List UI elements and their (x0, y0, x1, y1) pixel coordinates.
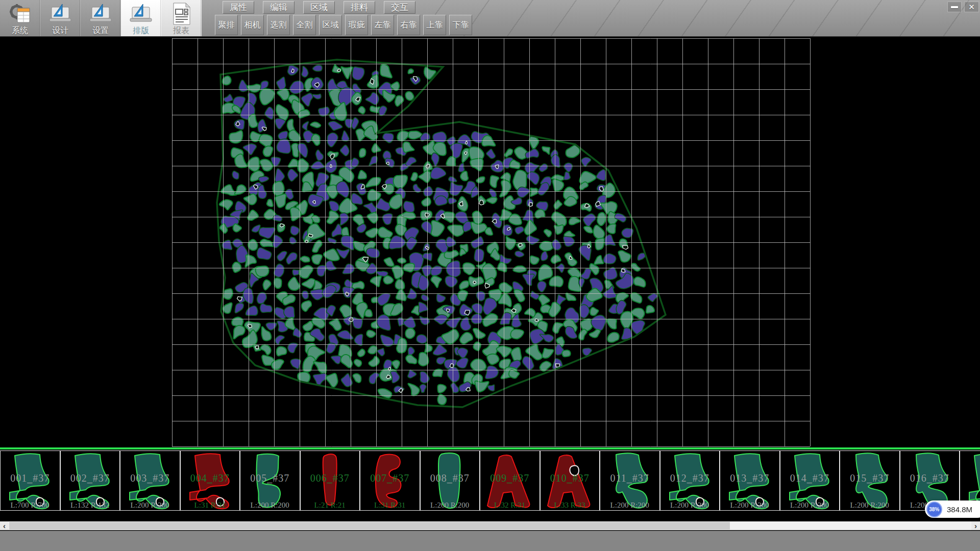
piece-lr-count-label: L:31 R:31 (181, 501, 240, 510)
piece-name-label: 013_#37 (720, 472, 779, 484)
piece-thumbnail-005_#37[interactable]: 005_#37 L:200 R:200 (240, 450, 300, 511)
tool-button-选割[interactable]: 选割 (267, 15, 290, 35)
design-ruler-laptop-icon (48, 2, 72, 26)
menu-item-编辑[interactable]: 编辑 (263, 1, 295, 14)
strip-divider (0, 447, 980, 449)
piece-thumbnail-003_#37[interactable]: 003_#37 L:200 R:200 (120, 450, 180, 511)
settings-ruler-laptop-icon (89, 2, 112, 26)
piece-lr-count-label: L:32 R:31 (480, 501, 540, 510)
tool-bar: 聚排相机选割全割区域瑕疵左靠右靠上靠下靠 (215, 15, 475, 35)
tool-button-相机[interactable]: 相机 (241, 15, 264, 35)
menu-item-排料[interactable]: 排料 (344, 1, 375, 14)
piece-thumbnail-015_#37[interactable]: 015_#37 L:200 R:200 (840, 450, 900, 511)
menu-bar: 属性编辑区域排料交互 (223, 1, 415, 14)
main-tab-设置[interactable]: 设置 (81, 0, 121, 36)
piece-name-label: 006_#37 (301, 472, 360, 484)
main-tabs: 系统 设计 设置 排版 报表 (0, 0, 202, 36)
piece-lr-count-label: L:200 R:200 (240, 501, 300, 510)
horizontal-scrollbar[interactable]: ‹ › (0, 521, 980, 530)
piece-name-label: 005_#37 (240, 472, 300, 484)
piece-lr-count-label: L:200 R:200 (120, 501, 180, 510)
scroll-left-button[interactable]: ‹ (0, 521, 9, 530)
minimize-button[interactable] (947, 2, 962, 12)
piece-lr-count-label: L:200 R:200 (720, 501, 779, 510)
main-tab-系统[interactable]: 系统 (0, 0, 40, 36)
scroll-right-button[interactable]: › (971, 521, 980, 530)
menu-item-交互[interactable]: 交互 (384, 1, 415, 14)
piece-name-label: 007_#37 (360, 472, 420, 484)
tab-label: 排版 (133, 26, 149, 35)
piece-lr-count-label: L:700 R:700 (1, 501, 60, 510)
toolbar-texture (424, 0, 980, 36)
tab-label: 系统 (12, 26, 28, 35)
tool-button-左靠[interactable]: 左靠 (371, 15, 394, 35)
piece-thumbnail-011_#37[interactable]: 011_#37 L:200 R:200 (600, 450, 660, 511)
nesting-app-window: 系统 设计 设置 排版 报表 属性编辑区域排料交互 聚排相机选割全割区域瑕疵左靠… (0, 0, 980, 551)
piece-thumbnail-006_#37[interactable]: 006_#37 L:21 R:21 (300, 450, 360, 511)
piece-lr-count-label: L:33 R:33 (541, 501, 600, 510)
tool-button-下靠[interactable]: 下靠 (449, 15, 472, 35)
main-tab-设计[interactable]: 设计 (40, 0, 81, 36)
piece-thumbnail-012_#37[interactable]: 012_#37 L:200 R:200 (660, 450, 720, 511)
report-document-icon (170, 2, 192, 26)
close-button[interactable]: ✕ (964, 2, 979, 12)
progress-overlay[interactable]: 38% 384.8M (925, 500, 980, 518)
status-bar (0, 531, 980, 551)
piece-thumbnail-002_#37[interactable]: 002_#37 L:132 R:132 (60, 450, 120, 511)
piece-thumbnail-008_#37[interactable]: 008_#37 L:200 R:200 (420, 450, 480, 511)
piece-name-label: 011_#37 (600, 472, 659, 484)
piece-lr-count-label: L:200 R:200 (600, 501, 659, 510)
scrollbar-thumb[interactable] (9, 522, 730, 530)
piece-lr-count-label: L:200 R:200 (840, 501, 899, 510)
piece-lr-count-label: L:132 R:132 (61, 501, 120, 510)
tool-button-瑕疵[interactable]: 瑕疵 (345, 15, 368, 35)
progress-size-label: 384.8M (947, 505, 972, 514)
scroll-right-icon: › (974, 521, 977, 530)
tab-label: 报表 (173, 26, 189, 35)
tool-button-区域[interactable]: 区域 (319, 15, 342, 35)
main-tab-报表[interactable]: 报表 (161, 0, 202, 36)
progress-percent-badge: 38% (926, 502, 942, 517)
menu-item-属性[interactable]: 属性 (223, 1, 254, 14)
piece-lr-count-label: L:200 R:200 (660, 501, 720, 510)
menu-item-区域[interactable]: 区域 (303, 1, 335, 14)
piece-name-label: 0 (960, 472, 980, 484)
piece-thumbnail-014_#37[interactable]: 014_#37 L:200 R:200 (780, 450, 840, 511)
toolbar: 系统 设计 设置 排版 报表 属性编辑区域排料交互 聚排相机选割全割区域瑕疵左靠… (0, 0, 980, 37)
piece-name-label: 009_#37 (480, 472, 540, 484)
piece-name-label: 002_#37 (61, 472, 120, 484)
piece-name-label: 016_#37 (900, 472, 960, 484)
piece-thumbnail-007_#37[interactable]: 007_#37 L:31 R:31 (360, 450, 420, 511)
tool-button-右靠[interactable]: 右靠 (397, 15, 420, 35)
tab-label: 设置 (92, 26, 109, 35)
piece-name-label: 014_#37 (780, 472, 840, 484)
piece-name-label: 003_#37 (120, 472, 180, 484)
close-icon: ✕ (968, 3, 975, 12)
piece-name-label: 008_#37 (421, 472, 480, 484)
piece-thumbnail-010_#37[interactable]: 010_#37 L:33 R:33 (540, 450, 600, 511)
tool-button-上靠[interactable]: 上靠 (423, 15, 446, 35)
system-gear-table-icon (9, 2, 31, 26)
piece-thumbnail-004_#37[interactable]: 004_#37 L:31 R:31 (180, 450, 240, 511)
piece-thumbnail-013_#37[interactable]: 013_#37 L:200 R:200 (720, 450, 780, 511)
main-tab-排版[interactable]: 排版 (121, 0, 161, 36)
tool-button-聚排[interactable]: 聚排 (215, 15, 238, 35)
nesting-ruler-laptop-icon (129, 2, 153, 26)
piece-lr-count-label: L:21 R:21 (301, 501, 360, 510)
piece-name-label: 001_#37 (1, 472, 60, 484)
piece-lr-count-label: L:200 R:200 (780, 501, 840, 510)
piece-thumbnail-001_#37[interactable]: 001_#37 L:700 R:700 (0, 450, 60, 511)
minimize-icon (951, 6, 958, 8)
piece-name-label: 010_#37 (541, 472, 600, 484)
piece-thumbnail-009_#37[interactable]: 009_#37 L:32 R:31 (480, 450, 540, 511)
tool-button-全割[interactable]: 全割 (293, 15, 316, 35)
piece-thumbnail-strip: 001_#37 L:700 R:700 002_#37 L:132 R:132 … (0, 450, 980, 512)
piece-lr-count-label: L:31 R:31 (360, 501, 420, 510)
scroll-left-icon: ‹ (3, 521, 6, 530)
piece-name-label: 012_#37 (660, 472, 720, 484)
piece-name-label: 004_#37 (181, 472, 240, 484)
piece-lr-count-label: L:200 R:200 (421, 501, 480, 510)
tab-label: 设计 (52, 26, 68, 35)
piece-name-label: 015_#37 (840, 472, 899, 484)
